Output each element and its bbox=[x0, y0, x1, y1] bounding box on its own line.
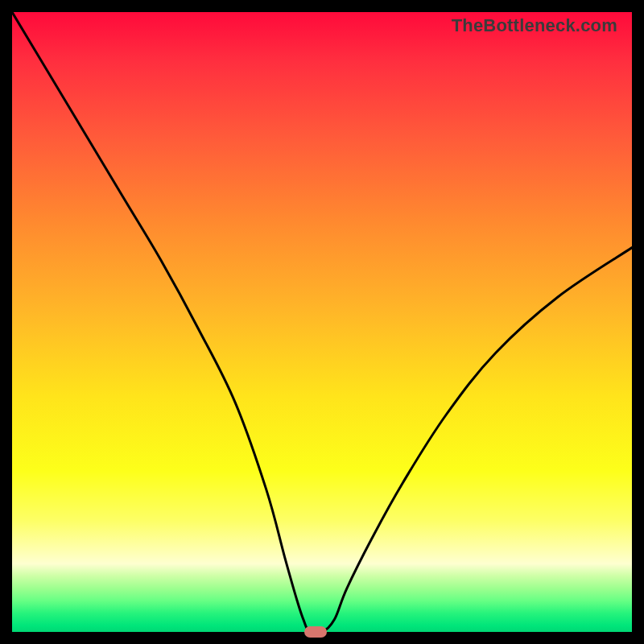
plot-area: TheBottleneck.com bbox=[12, 12, 632, 632]
watermark-text: TheBottleneck.com bbox=[452, 15, 617, 36]
chart-frame: TheBottleneck.com bbox=[0, 0, 644, 644]
optimal-point-marker bbox=[304, 626, 327, 638]
bottleneck-curve bbox=[12, 12, 632, 632]
